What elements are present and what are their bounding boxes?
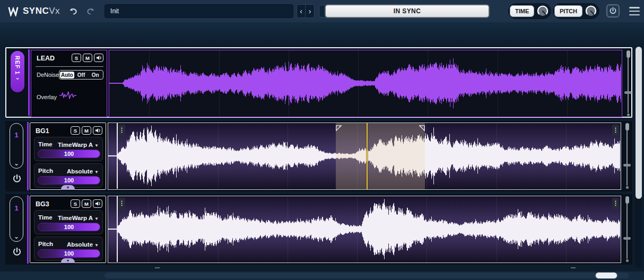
- time-mode-dropdown[interactable]: Time TimeWarp A▼: [34, 137, 102, 149]
- chevron-down-icon[interactable]: ⌄: [14, 161, 19, 166]
- track-power-button[interactable]: [12, 247, 22, 257]
- track-row-bg3: 1 ⌄ BG3 S M: [5, 194, 632, 265]
- pitch-settings-card: Pitch Absolute▼ 100: [34, 237, 103, 261]
- redo-icon: [86, 7, 95, 15]
- clip-drag-handle[interactable]: ⋮: [118, 125, 125, 136]
- vertical-zoom-slider[interactable]: [624, 123, 630, 189]
- denoise-option-on[interactable]: On: [88, 72, 102, 78]
- track-color-stripe: [27, 195, 29, 264]
- divider: [36, 66, 103, 67]
- logo-icon: [7, 6, 19, 16]
- time-settings-card: Time TimeWarp A▼ 100: [34, 210, 103, 234]
- expand-panel-tab[interactable]: ▼: [61, 258, 75, 263]
- denoise-label: DeNoise: [37, 72, 59, 78]
- track-header-ref1: LEAD S M DeNoise Auto Off On: [31, 50, 107, 117]
- listen-speaker-button[interactable]: [93, 199, 102, 208]
- track-name: LEAD: [37, 55, 55, 62]
- dropdown-caret-icon: ▼: [94, 216, 99, 221]
- track-selector-bg3[interactable]: 1 ⌄: [10, 196, 23, 242]
- redo-button[interactable]: [85, 6, 96, 16]
- clip-drag-handle[interactable]: ⋮: [118, 198, 125, 209]
- mute-button[interactable]: M: [83, 54, 92, 62]
- denoise-option-auto[interactable]: Auto: [60, 72, 74, 78]
- denoise-option-off[interactable]: Off: [74, 72, 89, 78]
- solo-button[interactable]: S: [71, 199, 80, 208]
- waveform-area-bg1[interactable]: ⋮ ⋮: [108, 122, 621, 190]
- pitch-toggle-button[interactable]: PITCH: [554, 5, 582, 17]
- horizontal-scrollbar[interactable]: [105, 273, 629, 278]
- mute-button[interactable]: M: [82, 199, 91, 208]
- power-icon: [609, 7, 617, 15]
- overlay-waveform-icon[interactable]: [59, 91, 77, 102]
- vertical-zoom-slider[interactable]: [624, 196, 630, 262]
- chevron-down-icon[interactable]: ⌄: [15, 75, 20, 80]
- app-title: SYNCVx: [23, 6, 60, 16]
- region-end-flag-icon[interactable]: [419, 124, 425, 134]
- dropdown-caret-icon: ▼: [94, 170, 99, 174]
- solo-button[interactable]: S: [71, 126, 80, 135]
- top-bar: SYNCVx ‹ › Save IN SYNC TIME: [0, 0, 644, 22]
- expand-panel-tab[interactable]: ▼: [61, 185, 75, 190]
- time-amount-slider[interactable]: 100: [38, 150, 100, 158]
- track-selector-bg1[interactable]: 1 ⌄: [10, 123, 23, 169]
- track-pill-label: REF 1: [14, 56, 21, 75]
- vertical-scrollbar[interactable]: [635, 46, 642, 268]
- vertical-zoom-slider[interactable]: [625, 50, 631, 116]
- pitch-amount-slider[interactable]: 100: [38, 176, 100, 185]
- preset-name-input[interactable]: [105, 4, 293, 18]
- region-start-flag-icon[interactable]: [335, 124, 342, 134]
- preset-nav: ‹ ›: [297, 4, 315, 18]
- time-amount-slider[interactable]: 100: [38, 223, 100, 231]
- chevron-down-icon[interactable]: ⌄: [14, 234, 19, 239]
- toolbar-ruler: DAW REF 500ms⌄ 01:25.0001:25.5001:26.000…: [0, 22, 644, 45]
- track-name: BG3: [36, 200, 49, 208]
- track-power-button[interactable]: [12, 174, 22, 183]
- sync-region-highlight[interactable]: [336, 123, 425, 189]
- grid-footer-strip: [5, 265, 632, 272]
- speaker-icon: [96, 55, 102, 60]
- track-row-ref1: REF 1 ⌄ LEAD S M DeNoise: [5, 47, 632, 118]
- playhead[interactable]: [367, 123, 368, 189]
- syncvx-plugin-window: SYNCVx ‹ › Save IN SYNC TIME: [0, 0, 644, 280]
- horizontal-scrollbar-thumb[interactable]: [595, 272, 617, 279]
- next-preset-button[interactable]: ›: [306, 5, 314, 18]
- power-icon: [12, 247, 22, 257]
- denoise-segmented-control: Auto Off On: [59, 70, 103, 80]
- time-mode-dropdown[interactable]: Time TimeWarp A▼: [34, 211, 102, 222]
- listen-speaker-button[interactable]: [93, 126, 102, 135]
- menu-button[interactable]: [629, 7, 640, 15]
- speaker-icon: [95, 128, 101, 133]
- waveform-canvas: [108, 196, 620, 262]
- pitch-mode-dropdown[interactable]: Pitch Absolute▼: [34, 164, 102, 176]
- pitch-knob-group: PITCH: [553, 3, 599, 19]
- pitch-knob[interactable]: [585, 5, 597, 18]
- waveform-area-ref1[interactable]: [109, 50, 622, 117]
- pitch-mode-dropdown[interactable]: Pitch Absolute▼: [34, 237, 102, 249]
- bypass-power-button[interactable]: [606, 4, 620, 18]
- track-header-bg1: BG1 S M Time TimeWarp A▼: [30, 122, 106, 190]
- clip-drag-handle[interactable]: ⋮: [612, 125, 619, 136]
- dropdown-caret-icon: ▼: [94, 243, 99, 248]
- time-knob-group: TIME: [508, 3, 551, 19]
- solo-button[interactable]: S: [72, 54, 81, 62]
- time-toggle-button[interactable]: TIME: [510, 5, 534, 17]
- sync-status-button[interactable]: IN SYNC: [325, 4, 490, 18]
- waveform-area-bg3[interactable]: ⋮ ⋮: [108, 196, 621, 263]
- undo-button[interactable]: [67, 6, 78, 16]
- track-header-bg3: BG3 S M Time TimeWarp A▼: [30, 196, 106, 263]
- vertical-scrollbar-thumb[interactable]: [636, 47, 642, 199]
- pitch-amount-slider[interactable]: 100: [38, 249, 100, 258]
- track-row-bg1: 1 ⌄ BG1 S M: [5, 121, 632, 191]
- track-pill-label: 1: [14, 204, 18, 212]
- overlay-label: Overlay: [37, 94, 57, 100]
- clip-drag-handle[interactable]: ⋮: [612, 198, 619, 209]
- waveform-canvas: [109, 50, 621, 116]
- track-color-stripe: [28, 49, 30, 116]
- pitch-settings-card: Pitch Absolute▼ 100: [34, 163, 103, 188]
- prev-preset-button[interactable]: ‹: [297, 5, 306, 18]
- track-selector-ref1[interactable]: REF 1 ⌄: [11, 51, 24, 92]
- time-knob[interactable]: [536, 5, 549, 18]
- mute-button[interactable]: M: [82, 126, 91, 135]
- time-settings-card: Time TimeWarp A▼ 100: [34, 137, 103, 161]
- listen-speaker-button[interactable]: [94, 54, 103, 62]
